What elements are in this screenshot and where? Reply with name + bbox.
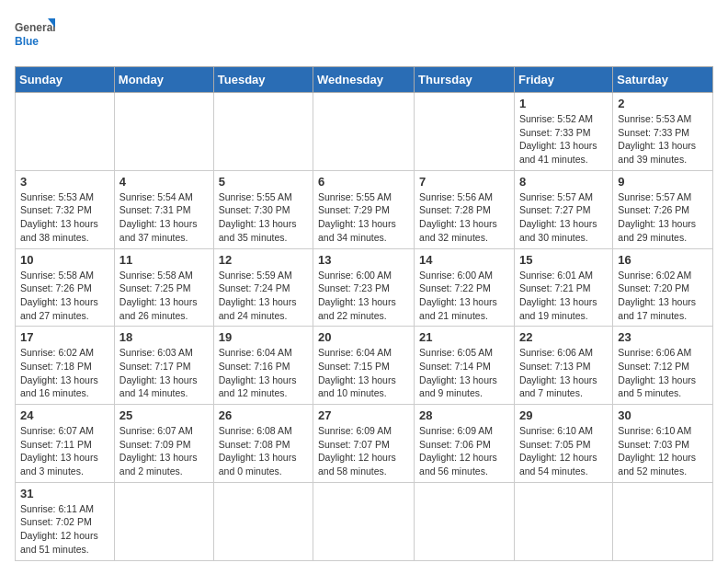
calendar-cell: 26Sunrise: 6:08 AM Sunset: 7:08 PM Dayli…: [213, 405, 313, 483]
calendar-cell: [313, 93, 415, 171]
weekday-header-friday: Friday: [514, 67, 612, 93]
calendar-cell: 4Sunrise: 5:54 AM Sunset: 7:31 PM Daylig…: [114, 170, 213, 248]
calendar-cell: 9Sunrise: 5:57 AM Sunset: 7:26 PM Daylig…: [613, 170, 713, 248]
calendar-cell: 1Sunrise: 5:52 AM Sunset: 7:33 PM Daylig…: [514, 93, 612, 171]
day-info: Sunrise: 5:53 AM Sunset: 7:32 PM Dayligh…: [20, 190, 109, 245]
day-number: 13: [318, 253, 409, 267]
calendar-cell: [613, 482, 713, 560]
calendar-table: SundayMondayTuesdayWednesdayThursdayFrid…: [15, 66, 713, 561]
day-number: 16: [618, 253, 708, 267]
day-number: 15: [519, 253, 608, 267]
weekday-header-monday: Monday: [114, 67, 213, 93]
calendar-cell: [313, 482, 415, 560]
day-info: Sunrise: 6:08 AM Sunset: 7:08 PM Dayligh…: [219, 424, 308, 478]
week-row-3: 10Sunrise: 5:58 AM Sunset: 7:26 PM Dayli…: [16, 248, 713, 327]
calendar-cell: 28Sunrise: 6:09 AM Sunset: 7:06 PM Dayli…: [415, 405, 515, 483]
day-info: Sunrise: 5:58 AM Sunset: 7:25 PM Dayligh…: [119, 269, 209, 323]
day-info: Sunrise: 6:09 AM Sunset: 7:06 PM Dayligh…: [419, 424, 509, 478]
calendar-cell: [415, 93, 515, 171]
day-info: Sunrise: 6:03 AM Sunset: 7:17 PM Dayligh…: [119, 346, 209, 400]
day-info: Sunrise: 6:10 AM Sunset: 7:05 PM Dayligh…: [519, 424, 608, 478]
weekday-header-row: SundayMondayTuesdayWednesdayThursdayFrid…: [16, 67, 713, 93]
day-number: 30: [618, 408, 708, 422]
calendar-cell: 27Sunrise: 6:09 AM Sunset: 7:07 PM Dayli…: [313, 405, 415, 483]
calendar-cell: 5Sunrise: 5:55 AM Sunset: 7:30 PM Daylig…: [213, 170, 313, 248]
calendar-cell: [114, 482, 213, 560]
day-info: Sunrise: 6:02 AM Sunset: 7:18 PM Dayligh…: [20, 346, 109, 400]
calendar-cell: 8Sunrise: 5:57 AM Sunset: 7:27 PM Daylig…: [514, 170, 612, 248]
calendar-cell: 16Sunrise: 6:02 AM Sunset: 7:20 PM Dayli…: [613, 248, 713, 327]
day-number: 26: [219, 408, 308, 422]
calendar-cell: 18Sunrise: 6:03 AM Sunset: 7:17 PM Dayli…: [114, 327, 213, 405]
day-info: Sunrise: 6:10 AM Sunset: 7:03 PM Dayligh…: [618, 424, 708, 478]
day-number: 7: [419, 175, 509, 189]
day-info: Sunrise: 5:59 AM Sunset: 7:24 PM Dayligh…: [219, 269, 308, 323]
weekday-header-sunday: Sunday: [16, 67, 115, 93]
day-number: 2: [618, 97, 708, 110]
day-number: 28: [419, 408, 509, 422]
svg-text:Blue: Blue: [15, 35, 39, 48]
day-info: Sunrise: 5:57 AM Sunset: 7:27 PM Dayligh…: [519, 190, 608, 245]
calendar-cell: [16, 93, 115, 171]
day-info: Sunrise: 6:06 AM Sunset: 7:13 PM Dayligh…: [519, 346, 608, 400]
day-info: Sunrise: 5:55 AM Sunset: 7:29 PM Dayligh…: [318, 190, 409, 245]
day-info: Sunrise: 6:11 AM Sunset: 7:02 PM Dayligh…: [20, 502, 109, 557]
calendar-cell: [514, 482, 612, 560]
day-number: 27: [318, 408, 409, 422]
day-info: Sunrise: 6:09 AM Sunset: 7:07 PM Dayligh…: [318, 424, 409, 478]
day-number: 17: [20, 330, 109, 344]
day-info: Sunrise: 5:53 AM Sunset: 7:33 PM Dayligh…: [618, 112, 708, 167]
logo: General Blue: [15, 15, 55, 55]
calendar-cell: 12Sunrise: 5:59 AM Sunset: 7:24 PM Dayli…: [213, 248, 313, 327]
day-info: Sunrise: 6:07 AM Sunset: 7:11 PM Dayligh…: [20, 424, 109, 478]
weekday-header-tuesday: Tuesday: [213, 67, 313, 93]
day-number: 11: [119, 253, 209, 267]
day-number: 22: [519, 330, 608, 344]
calendar-cell: [415, 482, 515, 560]
day-number: 18: [119, 330, 209, 344]
day-number: 31: [20, 487, 109, 500]
calendar-cell: 21Sunrise: 6:05 AM Sunset: 7:14 PM Dayli…: [415, 327, 515, 405]
calendar-cell: [114, 93, 213, 171]
day-number: 3: [20, 175, 109, 189]
day-info: Sunrise: 6:07 AM Sunset: 7:09 PM Dayligh…: [119, 424, 209, 478]
day-info: Sunrise: 6:06 AM Sunset: 7:12 PM Dayligh…: [618, 346, 708, 400]
day-info: Sunrise: 6:00 AM Sunset: 7:22 PM Dayligh…: [419, 269, 509, 323]
calendar-cell: 24Sunrise: 6:07 AM Sunset: 7:11 PM Dayli…: [16, 405, 115, 483]
calendar-cell: 30Sunrise: 6:10 AM Sunset: 7:03 PM Dayli…: [613, 405, 713, 483]
calendar-cell: 3Sunrise: 5:53 AM Sunset: 7:32 PM Daylig…: [16, 170, 115, 248]
day-number: 8: [519, 175, 608, 189]
day-number: 4: [119, 175, 209, 189]
calendar-cell: 17Sunrise: 6:02 AM Sunset: 7:18 PM Dayli…: [16, 327, 115, 405]
calendar-cell: 6Sunrise: 5:55 AM Sunset: 7:29 PM Daylig…: [313, 170, 415, 248]
week-row-2: 3Sunrise: 5:53 AM Sunset: 7:32 PM Daylig…: [16, 170, 713, 248]
weekday-header-saturday: Saturday: [613, 67, 713, 93]
day-info: Sunrise: 6:04 AM Sunset: 7:15 PM Dayligh…: [318, 346, 409, 400]
calendar-cell: 25Sunrise: 6:07 AM Sunset: 7:09 PM Dayli…: [114, 405, 213, 483]
day-info: Sunrise: 5:55 AM Sunset: 7:30 PM Dayligh…: [219, 190, 308, 245]
logo-svg: General Blue: [15, 15, 55, 55]
day-info: Sunrise: 6:02 AM Sunset: 7:20 PM Dayligh…: [618, 269, 708, 323]
day-number: 5: [219, 175, 308, 189]
calendar-cell: [213, 482, 313, 560]
page-header: General Blue: [15, 15, 713, 55]
day-info: Sunrise: 5:57 AM Sunset: 7:26 PM Dayligh…: [618, 190, 708, 245]
calendar-cell: 20Sunrise: 6:04 AM Sunset: 7:15 PM Dayli…: [313, 327, 415, 405]
calendar-cell: 15Sunrise: 6:01 AM Sunset: 7:21 PM Dayli…: [514, 248, 612, 327]
weekday-header-thursday: Thursday: [415, 67, 515, 93]
calendar-cell: 29Sunrise: 6:10 AM Sunset: 7:05 PM Dayli…: [514, 405, 612, 483]
calendar-cell: 23Sunrise: 6:06 AM Sunset: 7:12 PM Dayli…: [613, 327, 713, 405]
calendar-cell: 2Sunrise: 5:53 AM Sunset: 7:33 PM Daylig…: [613, 93, 713, 171]
calendar-cell: 11Sunrise: 5:58 AM Sunset: 7:25 PM Dayli…: [114, 248, 213, 327]
day-number: 1: [519, 97, 608, 110]
weekday-header-wednesday: Wednesday: [313, 67, 415, 93]
day-info: Sunrise: 6:01 AM Sunset: 7:21 PM Dayligh…: [519, 269, 608, 323]
week-row-6: 31Sunrise: 6:11 AM Sunset: 7:02 PM Dayli…: [16, 482, 713, 560]
day-number: 24: [20, 408, 109, 422]
day-info: Sunrise: 6:04 AM Sunset: 7:16 PM Dayligh…: [219, 346, 308, 400]
svg-text:General: General: [15, 21, 55, 34]
day-info: Sunrise: 6:05 AM Sunset: 7:14 PM Dayligh…: [419, 346, 509, 400]
day-number: 9: [618, 175, 708, 189]
calendar-cell: 31Sunrise: 6:11 AM Sunset: 7:02 PM Dayli…: [16, 482, 115, 560]
calendar-cell: 22Sunrise: 6:06 AM Sunset: 7:13 PM Dayli…: [514, 327, 612, 405]
